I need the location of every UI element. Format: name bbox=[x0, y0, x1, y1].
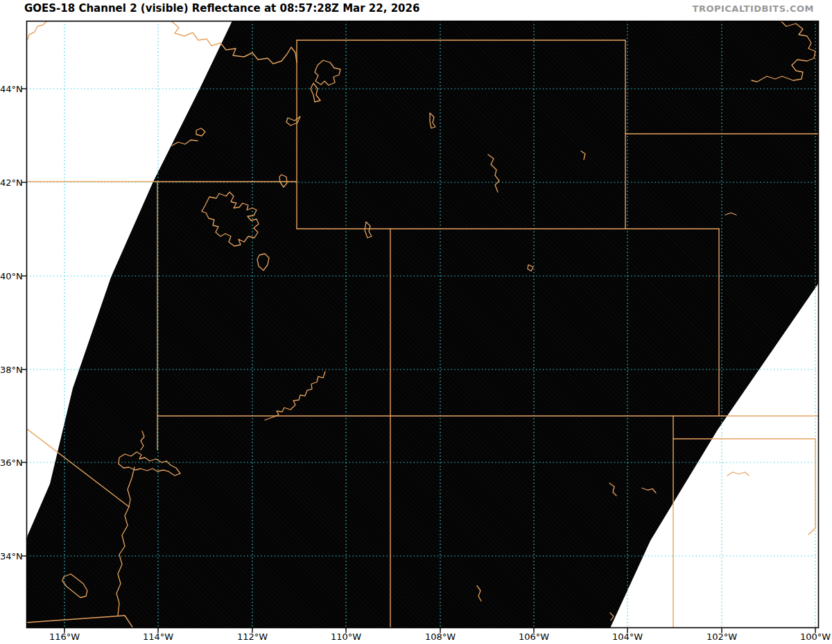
satellite-map-page: GOES-18 Channel 2 (visible) Reflectance … bbox=[0, 0, 832, 644]
x-tick-label: 114°W bbox=[137, 632, 179, 642]
x-tick-label: 108°W bbox=[419, 632, 461, 642]
x-tick-label: 116°W bbox=[44, 632, 85, 642]
x-tick-label: 106°W bbox=[513, 632, 555, 642]
x-tick-label: 100°W bbox=[795, 632, 832, 642]
y-tick-label: 42°N bbox=[0, 177, 21, 188]
y-tick-label: 44°N bbox=[0, 84, 21, 94]
x-tick-label: 112°W bbox=[232, 632, 273, 642]
satellite-map-canvas bbox=[0, 0, 832, 644]
x-tick-label: 104°W bbox=[607, 632, 648, 642]
y-tick-label: 34°N bbox=[0, 551, 21, 562]
x-tick-label: 102°W bbox=[701, 632, 743, 642]
border-oregon-idaho-snake bbox=[28, 21, 47, 40]
swath-scanline-texture bbox=[26, 21, 819, 628]
y-tick-label: 38°N bbox=[0, 365, 21, 375]
x-tick-label: 110°W bbox=[325, 632, 367, 642]
y-tick-label: 40°N bbox=[0, 271, 21, 281]
border-texas-100W bbox=[808, 439, 815, 534]
y-tick-label: 36°N bbox=[0, 458, 21, 468]
lake-meredith bbox=[727, 472, 749, 476]
